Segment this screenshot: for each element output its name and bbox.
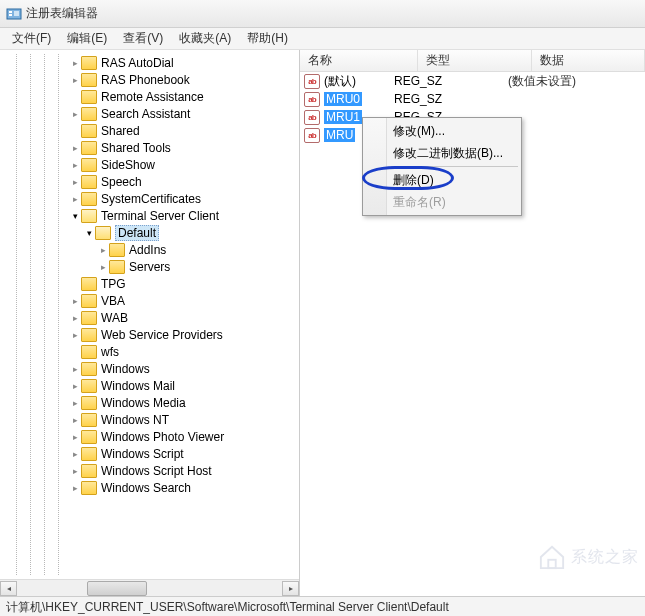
folder-icon: [81, 158, 97, 172]
registry-tree[interactable]: RAS AutoDialRAS PhonebookRemote Assistan…: [0, 50, 299, 500]
house-icon: [537, 544, 567, 570]
tree-item[interactable]: Windows Script: [0, 445, 299, 462]
folder-icon: [81, 277, 97, 291]
expand-icon[interactable]: [70, 177, 80, 187]
expand-icon[interactable]: [84, 228, 94, 238]
tree-label: wfs: [101, 345, 119, 359]
folder-icon: [81, 294, 97, 308]
tree-label: Windows Script Host: [101, 464, 212, 478]
tree-item[interactable]: Servers: [0, 258, 299, 275]
expand-icon[interactable]: [70, 194, 80, 204]
menu-file[interactable]: 文件(F): [4, 28, 59, 49]
menu-help[interactable]: 帮助(H): [239, 28, 296, 49]
expand-icon[interactable]: [70, 58, 80, 68]
expand-icon[interactable]: [70, 364, 80, 374]
watermark-text: 系统之家: [571, 547, 639, 568]
expand-icon[interactable]: [70, 449, 80, 459]
folder-icon: [81, 209, 97, 223]
tree-label: TPG: [101, 277, 126, 291]
svg-rect-2: [9, 14, 12, 16]
expand-icon[interactable]: [70, 75, 80, 85]
tree-item[interactable]: WAB: [0, 309, 299, 326]
expand-icon[interactable]: [98, 262, 108, 272]
tree-label: Shared: [101, 124, 140, 138]
regedit-icon: [6, 6, 22, 22]
cell-name: ab(默认): [300, 73, 394, 90]
col-header-name[interactable]: 名称: [300, 50, 418, 71]
tree-item[interactable]: Shared: [0, 122, 299, 139]
tree-item[interactable]: Terminal Server Client: [0, 207, 299, 224]
cm-rename: 重命名(R): [365, 191, 519, 213]
tree-item[interactable]: Windows Media: [0, 394, 299, 411]
expand-icon[interactable]: [70, 109, 80, 119]
tree-label: RAS Phonebook: [101, 73, 190, 87]
tree-item[interactable]: RAS Phonebook: [0, 71, 299, 88]
statusbar: 计算机\HKEY_CURRENT_USER\Software\Microsoft…: [0, 596, 645, 616]
value-row[interactable]: ab(默认)REG_SZ(数值未设置): [300, 72, 645, 90]
tree-item[interactable]: Web Service Providers: [0, 326, 299, 343]
expand-icon[interactable]: [70, 381, 80, 391]
cm-modify-binary[interactable]: 修改二进制数据(B)...: [365, 142, 519, 164]
tree-label: SideShow: [101, 158, 155, 172]
svg-rect-4: [548, 560, 555, 568]
tree-item[interactable]: RAS AutoDial: [0, 54, 299, 71]
expand-icon[interactable]: [98, 245, 108, 255]
menu-view[interactable]: 查看(V): [115, 28, 171, 49]
tree-hscrollbar[interactable]: ◂ ▸: [0, 579, 299, 596]
tree-item[interactable]: Windows Search: [0, 479, 299, 496]
folder-icon: [109, 260, 125, 274]
folder-icon: [81, 345, 97, 359]
tree-label: RAS AutoDial: [101, 56, 174, 70]
expand-icon[interactable]: [70, 432, 80, 442]
tree-item[interactable]: Shared Tools: [0, 139, 299, 156]
scroll-thumb[interactable]: [87, 581, 147, 596]
value-data: (数值未设置): [508, 73, 645, 90]
expand-icon[interactable]: [70, 398, 80, 408]
expand-icon[interactable]: [70, 211, 80, 221]
watermark: 系统之家: [537, 544, 639, 570]
value-row[interactable]: abMRU0REG_SZ: [300, 90, 645, 108]
menu-favorites[interactable]: 收藏夹(A): [171, 28, 239, 49]
expand-icon[interactable]: [70, 296, 80, 306]
expand-icon: [70, 92, 80, 102]
tree-item[interactable]: SideShow: [0, 156, 299, 173]
tree-item[interactable]: Speech: [0, 173, 299, 190]
tree-label: VBA: [101, 294, 125, 308]
col-header-data[interactable]: 数据: [532, 50, 645, 71]
tree-item[interactable]: AddIns: [0, 241, 299, 258]
tree-item[interactable]: Search Assistant: [0, 105, 299, 122]
reg-string-icon: ab: [304, 74, 320, 89]
expand-icon[interactable]: [70, 466, 80, 476]
tree-item[interactable]: Remote Assistance: [0, 88, 299, 105]
tree-label: Windows NT: [101, 413, 169, 427]
tree-item[interactable]: Windows: [0, 360, 299, 377]
scroll-left-button[interactable]: ◂: [0, 581, 17, 596]
tree-item[interactable]: Windows NT: [0, 411, 299, 428]
cm-modify[interactable]: 修改(M)...: [365, 120, 519, 142]
expand-icon[interactable]: [70, 143, 80, 153]
tree-item[interactable]: SystemCertificates: [0, 190, 299, 207]
tree-label: AddIns: [129, 243, 166, 257]
tree-item[interactable]: wfs: [0, 343, 299, 360]
folder-icon: [81, 362, 97, 376]
tree-label: Web Service Providers: [101, 328, 223, 342]
expand-icon[interactable]: [70, 313, 80, 323]
expand-icon: [70, 347, 80, 357]
expand-icon[interactable]: [70, 160, 80, 170]
scroll-track[interactable]: [17, 581, 282, 596]
expand-icon[interactable]: [70, 415, 80, 425]
tree-item[interactable]: TPG: [0, 275, 299, 292]
value-name: (默认): [324, 73, 356, 90]
col-header-type[interactable]: 类型: [418, 50, 532, 71]
tree-item[interactable]: Windows Mail: [0, 377, 299, 394]
tree-item[interactable]: Windows Photo Viewer: [0, 428, 299, 445]
tree-label: Default: [115, 225, 159, 241]
tree-item[interactable]: Default: [0, 224, 299, 241]
folder-icon: [81, 141, 97, 155]
scroll-right-button[interactable]: ▸: [282, 581, 299, 596]
tree-item[interactable]: VBA: [0, 292, 299, 309]
expand-icon[interactable]: [70, 483, 80, 493]
menu-edit[interactable]: 编辑(E): [59, 28, 115, 49]
expand-icon[interactable]: [70, 330, 80, 340]
tree-item[interactable]: Windows Script Host: [0, 462, 299, 479]
